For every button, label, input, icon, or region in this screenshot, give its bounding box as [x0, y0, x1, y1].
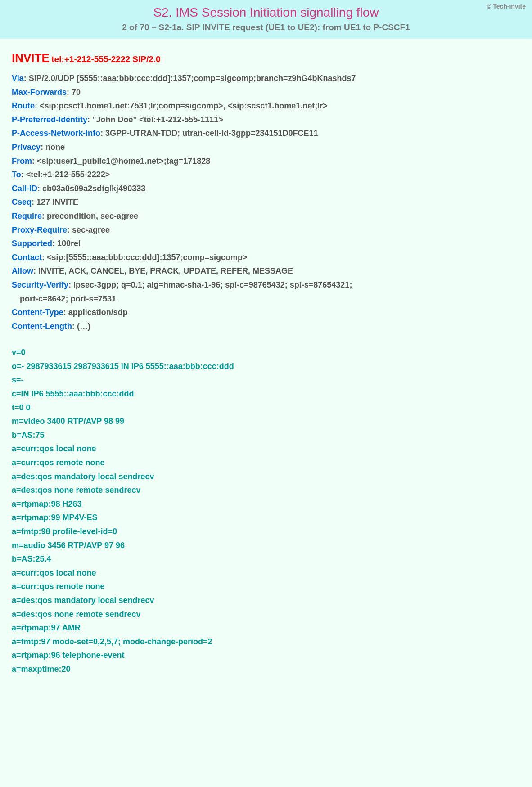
- sip-header-line: Call-ID: cb03a0s09a2sdfglkj490333: [12, 182, 520, 196]
- sip-header-value: : 70: [67, 88, 81, 97]
- sdp-line: a=fmtp:97 mode-set=0,2,5,7; mode-change-…: [12, 635, 520, 649]
- sip-header-name: Allow: [12, 266, 33, 275]
- sip-header-name: Max-Forwards: [12, 88, 67, 97]
- sip-header-value: : "John Doe" <tel:+1-212-555-1111>: [87, 115, 223, 124]
- sdp-line: a=curr:qos remote none: [12, 580, 520, 594]
- sip-header-name: Content-Type: [12, 308, 63, 317]
- sdp-line: a=fmtp:98 profile-level-id=0: [12, 525, 520, 539]
- sip-header-name: Supported: [12, 239, 52, 248]
- sip-header-value: : SIP/2.0/UDP [5555::aaa:bbb:ccc:ddd]:13…: [24, 74, 356, 83]
- sip-request-uri: tel:+1-212-555-2222 SIP/2.0: [51, 54, 160, 64]
- sip-header-value: : none: [41, 143, 65, 152]
- sdp-line: s=-: [12, 373, 520, 387]
- sip-header-name: To: [12, 170, 21, 179]
- sdp-line: c=IN IP6 5555::aaa:bbb:ccc:ddd: [12, 387, 520, 401]
- sip-header-name: From: [12, 157, 32, 166]
- sdp-line: b=AS:75: [12, 428, 520, 442]
- sip-header-line: Max-Forwards: 70: [12, 85, 520, 99]
- sdp-line: a=rtpmap:98 H263: [12, 497, 520, 511]
- sip-header-line: Via: SIP/2.0/UDP [5555::aaa:bbb:ccc:ddd]…: [12, 72, 520, 85]
- sip-header-line: Proxy-Require: sec-agree: [12, 223, 520, 237]
- sdp-line: a=des:qos none remote sendrecv: [12, 483, 520, 497]
- sip-header-name: Contact: [12, 253, 42, 262]
- sdp-line: a=des:qos none remote sendrecv: [12, 607, 520, 621]
- sdp-line: o=- 2987933615 2987933615 IN IP6 5555::a…: [12, 360, 520, 373]
- sip-header-value: : precondition, sec-agree: [42, 211, 138, 220]
- sip-header-name: P-Access-Network-Info: [12, 129, 100, 138]
- sip-header-value: : cb03a0s09a2sdfglkj490333: [37, 184, 145, 193]
- sip-header-value: : (…): [72, 322, 90, 331]
- sip-header-value: : ipsec-3gpp; q=0.1; alg=hmac-sha-1-96; …: [68, 280, 352, 289]
- sip-header-name: Content-Length: [12, 322, 72, 331]
- sip-header-value: : 100rel: [52, 239, 81, 248]
- sdp-line: b=AS:25.4: [12, 552, 520, 566]
- sip-header-line: Content-Length: (…): [12, 319, 520, 333]
- sip-header-line: From: <sip:user1_public1@home1.net>;tag=…: [12, 154, 520, 168]
- sip-request-line: INVITE tel:+1-212-555-2222 SIP/2.0: [12, 51, 520, 65]
- sdp-line: a=curr:qos local none: [12, 566, 520, 580]
- sip-header-line: P-Access-Network-Info: 3GPP-UTRAN-TDD; u…: [12, 126, 520, 140]
- sip-message-content: INVITE tel:+1-212-555-2222 SIP/2.0 Via: …: [0, 39, 532, 694]
- sip-header-value: : 3GPP-UTRAN-TDD; utran-cell-id-3gpp=234…: [100, 129, 318, 138]
- sip-header-line: Route: <sip:pcscf1.home1.net:7531;lr;com…: [12, 99, 520, 113]
- sip-header-name: Cseq: [12, 198, 32, 207]
- sip-header-value: : 127 INVITE: [32, 198, 78, 207]
- sip-header-value: : application/sdp: [63, 308, 128, 317]
- sip-header-line: Contact: <sip:[5555::aaa:bbb:ccc:ddd]:13…: [12, 251, 520, 265]
- page-title: S2. IMS Session Initiation signalling fl…: [9, 5, 523, 20]
- sip-header-name: Via: [12, 74, 24, 83]
- sdp-line: a=maxptime:20: [12, 662, 520, 676]
- sip-header-value: : <sip:pcscf1.home1.net:7531;lr;comp=sig…: [35, 101, 328, 110]
- sip-header-value: : INVITE, ACK, CANCEL, BYE, PRACK, UPDAT…: [33, 266, 293, 275]
- sip-header-value: : <sip:user1_public1@home1.net>;tag=1718…: [32, 157, 210, 166]
- sip-header-value: : <tel:+1-212-555-2222>: [21, 170, 110, 179]
- sip-headers-block: Via: SIP/2.0/UDP [5555::aaa:bbb:ccc:ddd]…: [12, 72, 520, 333]
- sdp-line: m=video 3400 RTP/AVP 98 99: [12, 414, 520, 428]
- sdp-line: a=rtpmap:96 telephone-event: [12, 648, 520, 662]
- sdp-line: a=curr:qos local none: [12, 442, 520, 456]
- sip-method: INVITE: [12, 51, 50, 65]
- sip-header-value: : sec-agree: [67, 225, 110, 234]
- sip-header-line: Content-Type: application/sdp: [12, 306, 520, 319]
- sip-header-name: Route: [12, 101, 35, 110]
- sip-header-name: Security-Verify: [12, 280, 68, 289]
- sip-header-name: Privacy: [12, 143, 41, 152]
- sdp-line: a=des:qos mandatory local sendrecv: [12, 594, 520, 607]
- sdp-line: a=des:qos mandatory local sendrecv: [12, 470, 520, 484]
- sdp-line: a=curr:qos remote none: [12, 456, 520, 470]
- sdp-line: t=0 0: [12, 401, 520, 415]
- sip-header-line: Allow: INVITE, ACK, CANCEL, BYE, PRACK, …: [12, 264, 520, 278]
- sip-header-line: Cseq: 127 INVITE: [12, 195, 520, 209]
- sdp-line: v=0: [12, 346, 520, 360]
- sip-header-name: Call-ID: [12, 184, 37, 193]
- page-subtitle: 2 of 70 – S2-1a. SIP INVITE request (UE1…: [9, 22, 523, 32]
- sip-header-line: Security-Verify: ipsec-3gpp; q=0.1; alg=…: [12, 278, 520, 292]
- sip-header-line: P-Preferred-Identity: "John Doe" <tel:+1…: [12, 113, 520, 127]
- sdp-line: m=audio 3456 RTP/AVP 97 96: [12, 539, 520, 553]
- sip-header-continuation: port-c=8642; port-s=7531: [12, 292, 520, 306]
- sdp-line: a=rtpmap:97 AMR: [12, 621, 520, 635]
- page-header: © Tech-invite S2. IMS Session Initiation…: [0, 0, 532, 39]
- sip-header-line: Supported: 100rel: [12, 237, 520, 251]
- sdp-body-block: v=0o=- 2987933615 2987933615 IN IP6 5555…: [12, 346, 520, 676]
- sip-header-name: Proxy-Require: [12, 225, 67, 234]
- sip-header-value: : <sip:[5555::aaa:bbb:ccc:ddd]:1357;comp…: [42, 253, 248, 262]
- sip-header-name: P-Preferred-Identity: [12, 115, 87, 124]
- sip-header-line: To: <tel:+1-212-555-2222>: [12, 168, 520, 182]
- sdp-line: a=rtpmap:99 MP4V-ES: [12, 511, 520, 525]
- copyright-text: © Tech-invite: [487, 3, 526, 10]
- sip-header-name: Require: [12, 211, 42, 220]
- sip-header-line: Require: precondition, sec-agree: [12, 209, 520, 223]
- sip-header-line: Privacy: none: [12, 140, 520, 154]
